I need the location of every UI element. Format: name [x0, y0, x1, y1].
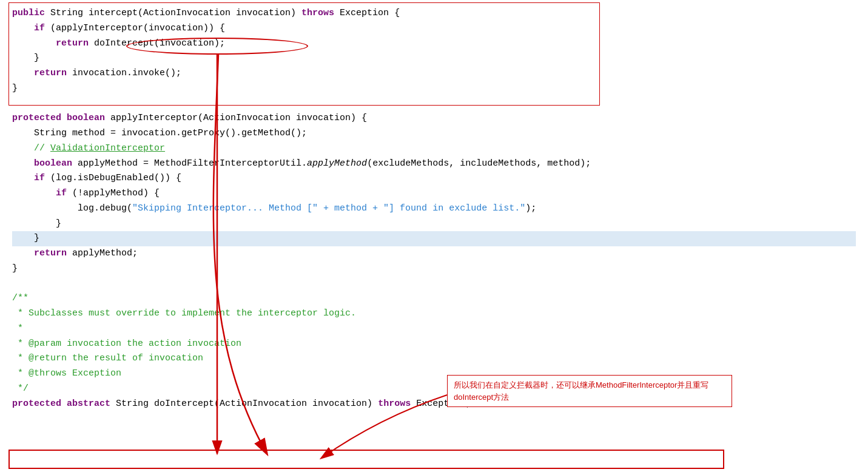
annotation-box: 所以我们在自定义拦截器时，还可以继承MethodFilterIntercepto…: [447, 375, 732, 407]
code-line-1: public String intercept(ActionInvocation…: [12, 6, 856, 21]
code-line-13: if (!applyMethod) {: [12, 186, 856, 201]
code-line-16: }: [12, 231, 856, 246]
code-line-15: }: [12, 217, 856, 232]
code-line-20: /**: [12, 291, 856, 306]
code-line-14: log.debug("Skipping Interceptor... Metho…: [12, 201, 856, 217]
code-line-19: [12, 277, 856, 292]
code-line-12: if (log.isDebugEnabled()) {: [12, 171, 856, 186]
code-line-5: return invocation.invoke();: [12, 66, 856, 81]
code-line-9: String method = invocation.getProxy().ge…: [12, 126, 856, 141]
code-line-6: }: [12, 81, 856, 96]
red-box-bottom: [8, 450, 724, 469]
code-line-7: [12, 96, 856, 112]
code-line-2: if (applyInterceptor(invocation)) {: [12, 21, 856, 36]
code-line-22: *: [12, 322, 856, 337]
code-line-24: * @return the result of invocation: [12, 351, 856, 366]
code-line-3: return doIntercept(invocation);: [12, 36, 856, 52]
code-line-10: // ValidationInterceptor: [12, 141, 856, 157]
code-line-17: return applyMethod;: [12, 246, 856, 261]
code-line-8: protected boolean applyInterceptor(Actio…: [12, 111, 856, 126]
code-line-11: boolean applyMethod = MethodFilterInterc…: [12, 157, 856, 172]
code-line-4: }: [12, 51, 856, 66]
code-line-23: * @param invocation the action invocatio…: [12, 337, 856, 352]
code-container: public String intercept(ActionInvocation…: [0, 0, 868, 417]
code-line-18: }: [12, 261, 856, 277]
annotation-text: 所以我们在自定义拦截器时，还可以继承MethodFilterIntercepto…: [454, 380, 708, 402]
code-line-21: * Subclasses must override to implement …: [12, 306, 856, 322]
